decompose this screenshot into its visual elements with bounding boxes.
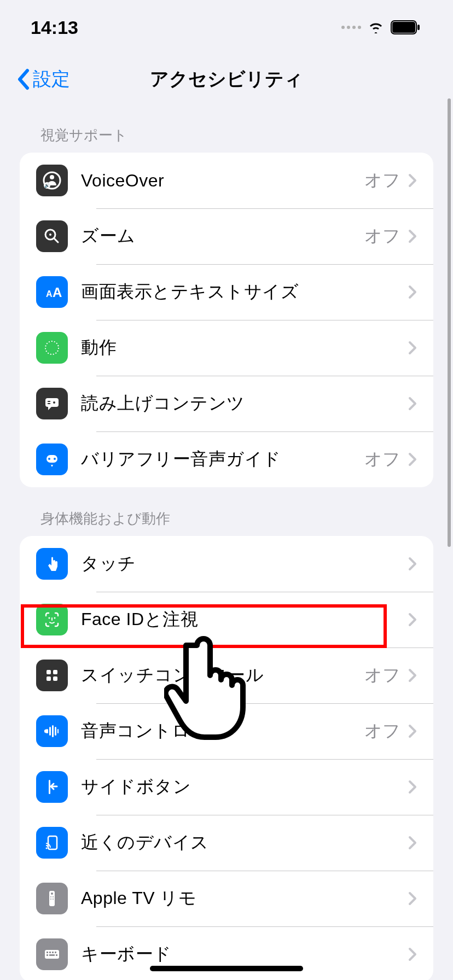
chevron-right-icon [408,396,417,411]
row-voiceover[interactable]: 🔊 VoiceOver オフ [20,153,433,208]
svg-rect-32 [55,727,56,736]
svg-text:A: A [53,285,62,300]
svg-point-23 [54,617,56,619]
hand-cursor-icon [164,634,252,746]
svg-point-4 [50,175,54,179]
home-indicator[interactable] [150,966,303,971]
chevron-right-icon [408,229,417,243]
svg-rect-30 [49,727,51,736]
text-size-icon: AA [36,276,68,308]
svg-rect-15 [48,401,50,402]
svg-rect-25 [47,670,51,674]
row-nearby-devices[interactable]: 近くのデバイス [20,815,433,871]
battery-icon [391,20,420,34]
signal-dots-icon [341,26,361,29]
svg-point-19 [48,458,50,460]
motion-icon [36,332,68,364]
row-keyboard[interactable]: キーボード [20,926,433,980]
svg-point-40 [51,892,53,895]
row-value: オフ [364,447,400,471]
svg-point-38 [46,848,48,849]
svg-marker-14 [48,407,51,410]
chevron-right-icon [408,724,417,738]
scroll-indicator[interactable] [448,98,451,547]
chevron-right-icon [408,947,417,961]
status-bar: 14:13 [0,0,453,55]
row-value: オフ [364,719,400,743]
svg-point-42 [53,896,54,897]
row-side-button[interactable]: サイドボタン [20,759,433,815]
svg-point-22 [49,617,50,619]
faceid-icon [36,604,68,635]
svg-rect-51 [49,954,55,956]
row-value: オフ [364,224,400,248]
svg-rect-47 [49,952,51,953]
row-label: VoiceOver [81,171,364,191]
row-label: キーボード [81,942,408,966]
row-value: オフ [364,168,400,192]
row-label: Face IDと注視 [81,608,408,632]
svg-rect-16 [48,403,50,404]
chevron-right-icon [408,285,417,299]
svg-rect-50 [47,954,48,956]
svg-rect-27 [47,676,51,681]
wifi-icon [368,21,384,33]
voice-control-icon [36,715,68,747]
chevron-right-icon [408,780,417,794]
section-header-visual: 視覚サポート [0,104,453,153]
svg-point-17 [53,401,55,404]
svg-rect-2 [417,25,420,30]
svg-rect-52 [56,954,57,956]
row-label: ズーム [81,224,364,248]
switch-control-icon [36,660,68,691]
svg-point-43 [50,899,51,900]
svg-point-12 [45,341,59,354]
nearby-device-icon [36,827,68,859]
svg-rect-1 [392,22,415,33]
chevron-left-icon [16,68,31,90]
svg-point-44 [53,899,54,900]
back-button[interactable]: 設定 [16,67,70,92]
row-audio-descriptions[interactable]: バリアフリー音声ガイド オフ [20,431,433,487]
chevron-right-icon [408,557,417,571]
voiceover-icon: 🔊 [36,165,68,196]
status-right [341,20,420,34]
svg-rect-28 [53,676,57,681]
svg-marker-34 [44,729,47,733]
section-header-physical: 身体機能および動作 [0,487,453,536]
svg-marker-21 [51,465,53,467]
audio-description-icon [36,444,68,475]
row-value: オフ [364,663,400,687]
nav-bar: 設定 アクセシビリティ [0,55,453,104]
svg-line-8 [54,238,58,242]
row-zoom[interactable]: ズーム オフ [20,208,433,264]
row-label: 動作 [81,336,408,360]
back-label: 設定 [33,67,70,92]
row-spoken-content[interactable]: 読み上げコンテンツ [20,376,433,431]
svg-rect-26 [53,670,57,674]
svg-rect-46 [47,952,48,953]
chevron-right-icon [408,173,417,188]
row-display-text[interactable]: AA 画面表示とテキストサイズ [20,264,433,320]
svg-rect-48 [52,952,54,953]
row-label: 近くのデバイス [81,831,408,855]
row-motion[interactable]: 動作 [20,320,433,376]
keyboard-icon [36,938,68,970]
row-label: バリアフリー音声ガイド [81,447,364,471]
touch-icon [36,548,68,580]
group-visual: 🔊 VoiceOver オフ ズーム オフ AA 画面表示とテキストサイズ 動作… [20,153,433,487]
row-appletv-remote[interactable]: Apple TV リモ [20,871,433,926]
chevron-right-icon [408,452,417,466]
row-label: 画面表示とテキストサイズ [81,280,408,304]
chevron-right-icon [408,612,417,627]
svg-rect-49 [55,952,56,953]
row-label: Apple TV リモ [81,886,408,911]
svg-rect-29 [47,729,48,733]
chevron-right-icon [408,341,417,355]
row-touch[interactable]: タッチ [20,536,433,592]
status-time: 14:13 [31,17,78,38]
svg-text:A: A [46,289,53,299]
row-label: サイドボタン [81,775,408,799]
svg-rect-37 [48,836,57,849]
svg-point-41 [50,896,51,897]
